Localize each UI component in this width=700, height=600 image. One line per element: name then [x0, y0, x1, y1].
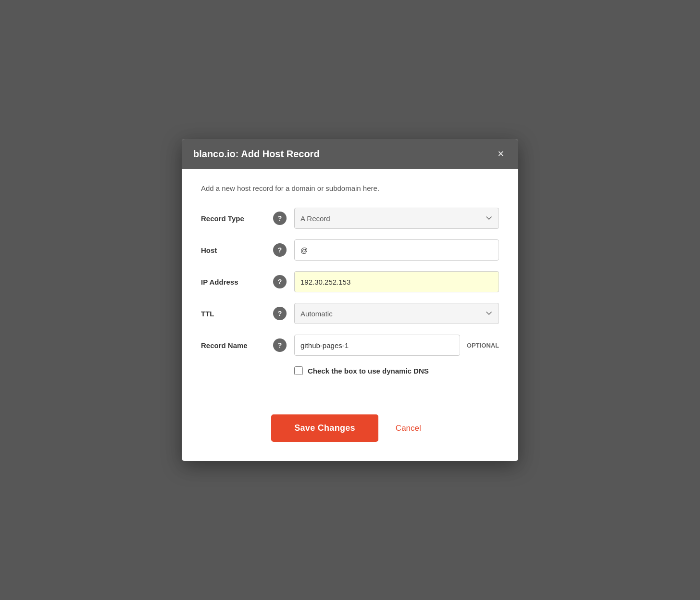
- record-type-label: Record Type: [201, 214, 273, 223]
- ip-address-help-icon[interactable]: ?: [273, 275, 287, 288]
- modal-overlay: blanco.io: Add Host Record × Add a new h…: [0, 0, 700, 600]
- ttl-row: TTL ? Automatic 1 minute 5 minutes 30 mi…: [201, 303, 499, 324]
- cancel-button[interactable]: Cancel: [388, 420, 429, 437]
- ip-address-input[interactable]: [294, 271, 499, 292]
- dynamic-dns-row: Check the box to use dynamic DNS: [294, 366, 499, 375]
- ttl-label: TTL: [201, 310, 273, 318]
- close-button[interactable]: ×: [495, 148, 507, 160]
- dynamic-dns-checkbox[interactable]: [294, 366, 303, 375]
- record-type-help-icon[interactable]: ?: [273, 212, 287, 225]
- host-input[interactable]: [294, 239, 499, 261]
- modal-title: blanco.io: Add Host Record: [193, 149, 320, 160]
- record-name-row: Record Name ? OPTIONAL: [201, 335, 499, 356]
- ip-address-label: IP Address: [201, 278, 273, 286]
- modal-header: blanco.io: Add Host Record ×: [182, 139, 518, 169]
- host-label: Host: [201, 246, 273, 254]
- record-name-input[interactable]: [294, 335, 460, 356]
- record-name-label: Record Name: [201, 341, 273, 350]
- modal-footer: Save Changes Cancel: [182, 410, 518, 461]
- host-row: Host ?: [201, 239, 499, 261]
- ip-address-row: IP Address ?: [201, 271, 499, 292]
- modal-body: Add a new host record for a domain or su…: [182, 169, 518, 410]
- modal-dialog: blanco.io: Add Host Record × Add a new h…: [182, 139, 518, 461]
- save-changes-button[interactable]: Save Changes: [271, 414, 378, 442]
- record-name-help-icon[interactable]: ?: [273, 338, 287, 352]
- optional-label: OPTIONAL: [467, 342, 499, 349]
- ttl-select[interactable]: Automatic 1 minute 5 minutes 30 minutes …: [294, 303, 499, 324]
- record-type-select[interactable]: A Record AAAA Record CNAME Record MX Rec…: [294, 208, 499, 229]
- record-type-row: Record Type ? A Record AAAA Record CNAME…: [201, 208, 499, 229]
- modal-description: Add a new host record for a domain or su…: [201, 184, 499, 192]
- ttl-help-icon[interactable]: ?: [273, 307, 287, 320]
- host-help-icon[interactable]: ?: [273, 243, 287, 257]
- dynamic-dns-label[interactable]: Check the box to use dynamic DNS: [308, 367, 429, 375]
